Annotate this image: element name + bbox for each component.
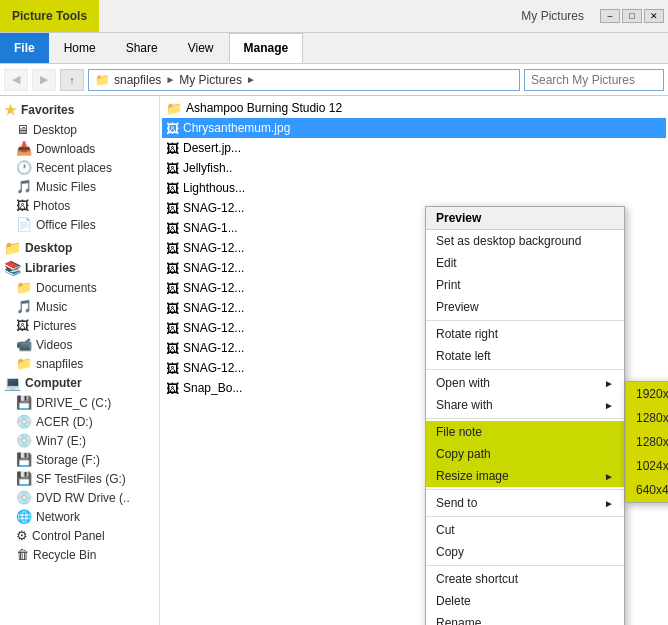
sidebar-item-acer-d[interactable]: 💿 ACER (D:) bbox=[0, 412, 159, 431]
tab-file[interactable]: File bbox=[0, 33, 49, 63]
maximize-button[interactable]: □ bbox=[622, 9, 642, 23]
sidebar-item-documents[interactable]: 📁 Documents bbox=[0, 278, 159, 297]
ctx-edit[interactable]: Edit bbox=[426, 252, 624, 274]
libraries-header[interactable]: 📚 Libraries bbox=[0, 258, 159, 278]
ctx-cut[interactable]: Cut bbox=[426, 519, 624, 541]
ctx-divider4 bbox=[426, 489, 624, 490]
sidebar-item-pictures-lib[interactable]: 🖼 Pictures bbox=[0, 316, 159, 335]
ctx-divider1 bbox=[426, 320, 624, 321]
path-current: My Pictures bbox=[179, 73, 242, 87]
sidebar-item-videos-lib[interactable]: 📹 Videos bbox=[0, 335, 159, 354]
file-item-jellyfish[interactable]: 🖼 Jellyfish.. bbox=[162, 158, 666, 178]
ribbon-tabs: File Home Share View Manage bbox=[0, 33, 668, 63]
ctx-send-to[interactable]: Send to ► bbox=[426, 492, 624, 514]
ctx-rotate-right[interactable]: Rotate right bbox=[426, 323, 624, 345]
computer-header[interactable]: 💻 Computer bbox=[0, 373, 159, 393]
ctx-rename[interactable]: Rename bbox=[426, 612, 624, 625]
path-icon: 📁 bbox=[95, 73, 110, 87]
back-button[interactable]: ◀ bbox=[4, 69, 28, 91]
ctx-copy-path[interactable]: Copy path bbox=[426, 443, 624, 465]
desktop-section-header[interactable]: 📁 Desktop bbox=[0, 238, 159, 258]
photos-icon: 🖼 bbox=[16, 198, 29, 213]
sidebar-item-label: Recycle Bin bbox=[33, 548, 96, 562]
sidebar-item-label: Office Files bbox=[36, 218, 96, 232]
tab-home[interactable]: Home bbox=[49, 33, 111, 63]
sidebar: ★ Favorites 🖥 Desktop 📥 Downloads 🕐 Rece… bbox=[0, 96, 160, 625]
sidebar-item-downloads[interactable]: 📥 Downloads bbox=[0, 139, 159, 158]
file-name: SNAG-12... bbox=[183, 301, 244, 315]
file-item-desert[interactable]: 🖼 Desert.jp... bbox=[162, 138, 666, 158]
submenu-1280-1024[interactable]: 1280x1024 bbox=[626, 430, 668, 454]
file-name: Jellyfish.. bbox=[183, 161, 232, 175]
file-name: Snap_Bo... bbox=[183, 381, 242, 395]
submenu-1024[interactable]: 1024x768 bbox=[626, 454, 668, 478]
snapfiles-icon: 📁 bbox=[16, 356, 32, 371]
ctx-divider5 bbox=[426, 516, 624, 517]
sidebar-item-storage-f[interactable]: 💾 Storage (F:) bbox=[0, 450, 159, 469]
file-name: SNAG-12... bbox=[183, 341, 244, 355]
ctx-delete[interactable]: Delete bbox=[426, 590, 624, 612]
submenu-640[interactable]: 640x480 bbox=[626, 478, 668, 502]
sidebar-item-sftestfiles-g[interactable]: 💾 SF TestFiles (G:) bbox=[0, 469, 159, 488]
music-lib-icon: 🎵 bbox=[16, 299, 32, 314]
favorites-label: Favorites bbox=[21, 103, 74, 117]
ctx-rotate-left[interactable]: Rotate left bbox=[426, 345, 624, 367]
sidebar-item-dvd[interactable]: 💿 DVD RW Drive (.. bbox=[0, 488, 159, 507]
image-icon: 🖼 bbox=[166, 301, 179, 316]
sidebar-item-network[interactable]: 🌐 Network bbox=[0, 507, 159, 526]
ctx-print[interactable]: Print bbox=[426, 274, 624, 296]
search-input[interactable] bbox=[524, 69, 664, 91]
sidebar-item-music-lib[interactable]: 🎵 Music bbox=[0, 297, 159, 316]
sidebar-item-label: Storage (F:) bbox=[36, 453, 100, 467]
drive-d-icon: 💿 bbox=[16, 414, 32, 429]
image-icon: 🖼 bbox=[166, 141, 179, 156]
up-button[interactable]: ↑ bbox=[60, 69, 84, 91]
music-icon: 🎵 bbox=[16, 179, 32, 194]
sidebar-item-label: Photos bbox=[33, 199, 70, 213]
ctx-set-desktop[interactable]: Set as desktop background bbox=[426, 230, 624, 252]
sidebar-item-win7-e[interactable]: 💿 Win7 (E:) bbox=[0, 431, 159, 450]
send-to-arrow: ► bbox=[604, 498, 614, 509]
sidebar-item-control-panel[interactable]: ⚙ Control Panel bbox=[0, 526, 159, 545]
sidebar-item-recent[interactable]: 🕐 Recent places bbox=[0, 158, 159, 177]
network-icon: 🌐 bbox=[16, 509, 32, 524]
ctx-file-note[interactable]: File note bbox=[426, 421, 624, 443]
desktop-label: Desktop bbox=[25, 241, 72, 255]
ctx-copy[interactable]: Copy bbox=[426, 541, 624, 563]
ctx-resize-image[interactable]: Resize image ► bbox=[426, 465, 624, 487]
tab-view[interactable]: View bbox=[173, 33, 229, 63]
submenu-1920[interactable]: 1920x1080 bbox=[626, 382, 668, 406]
ctx-share-with[interactable]: Share with ► bbox=[426, 394, 624, 416]
sidebar-item-music[interactable]: 🎵 Music Files bbox=[0, 177, 159, 196]
image-icon: 🖼 bbox=[166, 121, 179, 136]
ctx-preview[interactable]: Preview bbox=[426, 296, 624, 318]
tab-manage[interactable]: Manage bbox=[229, 33, 304, 63]
file-item-ashampoo[interactable]: 📁 Ashampoo Burning Studio 12 bbox=[162, 98, 666, 118]
favorites-header[interactable]: ★ Favorites bbox=[0, 100, 159, 120]
image-icon: 🖼 bbox=[166, 321, 179, 336]
sidebar-item-recycle-bin[interactable]: 🗑 Recycle Bin bbox=[0, 545, 159, 564]
image-icon: 🖼 bbox=[166, 281, 179, 296]
sidebar-item-label: DRIVE_C (C:) bbox=[36, 396, 111, 410]
address-path[interactable]: 📁 snapfiles ► My Pictures ► bbox=[88, 69, 520, 91]
file-item-lighthouse[interactable]: 🖼 Lighthous... bbox=[162, 178, 666, 198]
ctx-create-shortcut[interactable]: Create shortcut bbox=[426, 568, 624, 590]
picture-tools-label: Picture Tools bbox=[0, 0, 99, 32]
forward-button[interactable]: ▶ bbox=[32, 69, 56, 91]
drive-c-icon: 💾 bbox=[16, 395, 32, 410]
image-icon: 🖼 bbox=[166, 341, 179, 356]
submenu-1280-720[interactable]: 1280x720 bbox=[626, 406, 668, 430]
sidebar-item-drive-c[interactable]: 💾 DRIVE_C (C:) bbox=[0, 393, 159, 412]
ctx-open-with[interactable]: Open with ► bbox=[426, 372, 624, 394]
sidebar-item-photos[interactable]: 🖼 Photos bbox=[0, 196, 159, 215]
sidebar-item-office[interactable]: 📄 Office Files bbox=[0, 215, 159, 234]
image-icon: 🖼 bbox=[166, 201, 179, 216]
tab-share[interactable]: Share bbox=[111, 33, 173, 63]
file-item-chrysanthemum[interactable]: 🖼 Chrysanthemum.jpg bbox=[162, 118, 666, 138]
sidebar-item-snapfiles[interactable]: 📁 snapfiles bbox=[0, 354, 159, 373]
close-button[interactable]: ✕ bbox=[644, 9, 664, 23]
file-name: Ashampoo Burning Studio 12 bbox=[186, 101, 342, 115]
sidebar-item-desktop[interactable]: 🖥 Desktop bbox=[0, 120, 159, 139]
minimize-button[interactable]: – bbox=[600, 9, 620, 23]
sidebar-item-label: Music bbox=[36, 300, 67, 314]
